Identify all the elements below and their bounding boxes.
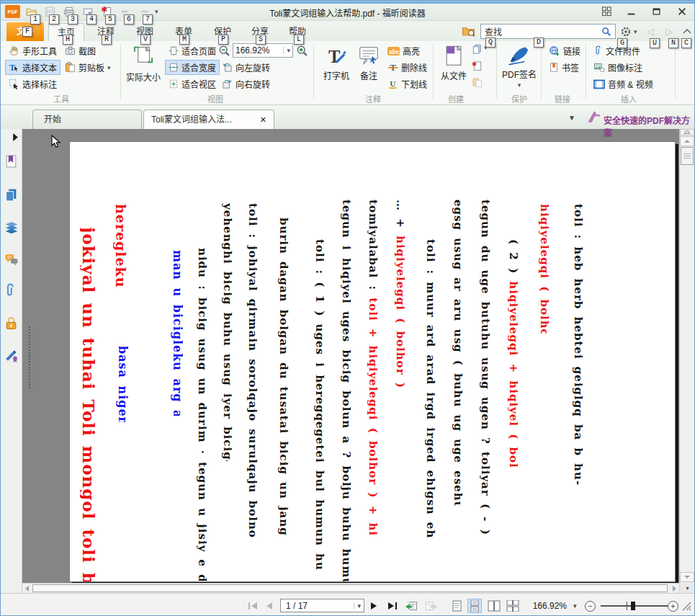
find-previous-button[interactable]: ◁ <box>647 26 654 37</box>
strikeout-button[interactable]: T 删除线 <box>384 60 431 75</box>
horizontal-scrollbar[interactable] <box>22 583 679 593</box>
bookmarks-panel-button[interactable] <box>4 155 19 169</box>
highlight-label: 高亮 <box>403 45 420 57</box>
audio-video-button[interactable]: 音频 & 视频 <box>590 76 657 91</box>
text-segment: … + <box>394 200 405 236</box>
pages-panel-button[interactable] <box>4 188 19 202</box>
note-label: 备注 <box>360 69 377 81</box>
scrollbar-corner-options[interactable]: ▾ <box>679 583 695 593</box>
first-page-button[interactable] <box>248 599 257 612</box>
previous-page-button[interactable] <box>266 599 272 612</box>
layers-panel-button[interactable] <box>4 221 19 236</box>
status-zoom-out-button[interactable]: − <box>585 599 596 612</box>
image-annotation-button[interactable]: 图像标注 <box>590 60 646 75</box>
previous-view-button[interactable] <box>405 599 418 612</box>
collapse-ribbon-button[interactable] <box>682 27 692 35</box>
zoom-in-button[interactable] <box>296 45 308 57</box>
zoom-out-button[interactable] <box>218 45 230 57</box>
zoom-level-combo[interactable]: 166.92% ▾ <box>233 43 293 58</box>
document-tab-bar: 开始 Toli蒙文词组输入法... ✕ ▼ 安全快速的PDF解决方案 <box>1 105 694 129</box>
vertical-scrollbar[interactable] <box>679 129 694 583</box>
keytip-badge: G <box>617 38 627 48</box>
select-annotation-icon <box>9 79 19 89</box>
tab-active-document[interactable]: Toli蒙文词组输入法... ✕ <box>143 110 274 129</box>
underline-button[interactable]: U 下划线 <box>384 76 431 91</box>
underline-icon: U <box>387 79 398 89</box>
panel-splitter-handle[interactable] <box>29 326 30 388</box>
last-page-button[interactable] <box>388 599 397 612</box>
rotate-right-button[interactable]: 向右旋转 <box>218 76 274 91</box>
tile-windows-button[interactable] <box>598 6 614 17</box>
find-in-files-icon[interactable] <box>462 25 476 37</box>
continuous-view-button[interactable] <box>467 599 482 613</box>
zoom-slider-thumb[interactable] <box>631 602 635 610</box>
continuous-facing-view-button[interactable] <box>506 599 519 612</box>
actual-size-button[interactable]: 实际大小 <box>123 43 163 83</box>
mongolian-text-column: tegun i hiqiyel uges bicig bolun a ? bol… <box>340 200 351 581</box>
qat-customize-caret[interactable]: ▾ <box>155 8 158 15</box>
search-input[interactable]: 查找 <box>480 24 616 39</box>
select-annotation-button[interactable]: 选择标注 <box>5 76 60 91</box>
clipboard-button[interactable]: 剪贴板 ▾ <box>61 60 115 75</box>
scroll-right-button[interactable] <box>670 584 679 593</box>
mongolian-text-column: hiqiyelegqi ( bolhor ) <box>538 204 550 334</box>
close-button[interactable] <box>674 6 690 17</box>
text-segment: yehenghi bicig buhu usug iyer bicigdene … <box>221 203 233 461</box>
typewriter-button[interactable]: T 打字机 <box>319 43 354 81</box>
attachments-panel-button[interactable] <box>4 283 19 298</box>
fit-visible-button[interactable]: 适合视区 <box>165 76 220 91</box>
minimize-button[interactable] <box>624 6 640 17</box>
create-blank-button[interactable]: ✱ <box>472 61 483 71</box>
hand-tool-button[interactable]: 手形工具 <box>5 43 60 58</box>
hand-icon <box>9 45 19 56</box>
highlight-button[interactable]: abc 高亮 <box>384 43 423 58</box>
horizontal-scroll-thumb[interactable] <box>32 584 668 592</box>
create-from-clipboard-button[interactable] <box>472 77 483 88</box>
digital-signature-icon <box>4 348 19 362</box>
foxit-reader-window: Toli蒙文词组输入法帮助.pdf - 福昕阅读器 PDF ✱ ▾ <box>0 0 695 616</box>
pdf-sign-button[interactable]: PDF签名 ▾ <box>499 43 539 89</box>
security-panel-button[interactable] <box>4 316 19 331</box>
group-divider <box>496 45 497 99</box>
keytip-badge: F <box>22 27 32 37</box>
pdf-sign-caret: ▾ <box>518 81 521 89</box>
vertical-scroll-thumb[interactable] <box>681 147 694 165</box>
close-tab-icon[interactable]: ✕ <box>260 110 266 129</box>
status-zoom-caret[interactable]: ▾ <box>573 599 577 612</box>
find-next-button[interactable]: ▷ <box>665 26 673 37</box>
status-zoom-in-button[interactable]: + <box>668 599 678 612</box>
audio-video-icon <box>593 79 605 89</box>
expand-panel-arrow-icon[interactable] <box>12 133 19 141</box>
search-settings-button[interactable]: ▾ <box>620 26 637 37</box>
fit-width-button[interactable]: 适合宽度 <box>165 60 220 75</box>
comments-panel-button[interactable] <box>4 253 19 267</box>
next-page-button[interactable] <box>371 599 377 612</box>
facing-view-button[interactable] <box>488 599 501 612</box>
next-view-button[interactable] <box>425 599 437 612</box>
page-number-box[interactable]: 1 / 17 ▾ <box>280 599 364 612</box>
fit-page-button[interactable]: 适合页面 <box>165 43 220 58</box>
promo-link[interactable]: 安全快速的PDF解决方案 <box>604 114 694 138</box>
from-file-button[interactable]: 从文件 <box>437 43 470 81</box>
clipboard-label: 剪贴板 <box>79 61 104 73</box>
note-button[interactable]: 备注 <box>355 43 382 81</box>
zoom-slider[interactable] <box>601 605 671 607</box>
link-button[interactable]: 链接 <box>545 43 584 58</box>
group-divider <box>586 45 586 99</box>
tab-start-page[interactable]: 开始 <box>32 110 142 129</box>
snapshot-button[interactable]: 截图 <box>61 43 99 58</box>
mongolian-text-column: heregleku toli ) <box>113 204 127 287</box>
rotate-left-button[interactable]: 向左旋转 <box>218 60 274 75</box>
scroll-left-button[interactable] <box>22 584 32 593</box>
select-text-button[interactable]: T 选择文本 <box>5 60 60 75</box>
window-resize-grip[interactable] <box>682 599 691 612</box>
from-file-label: 从文件 <box>441 69 467 81</box>
single-page-view-button[interactable] <box>452 599 462 612</box>
scroll-down-button[interactable] <box>680 572 694 582</box>
signatures-panel-button[interactable] <box>4 348 19 362</box>
mongolian-text-column: basa nigen juil <box>116 346 128 422</box>
tab-list-caret[interactable]: ▼ <box>568 114 575 122</box>
bookmark-button[interactable]: 书签 <box>545 60 583 75</box>
text-segment: nidu : bicig usug un durim · tegun u jis… <box>196 248 207 581</box>
maximize-button[interactable] <box>649 6 665 17</box>
